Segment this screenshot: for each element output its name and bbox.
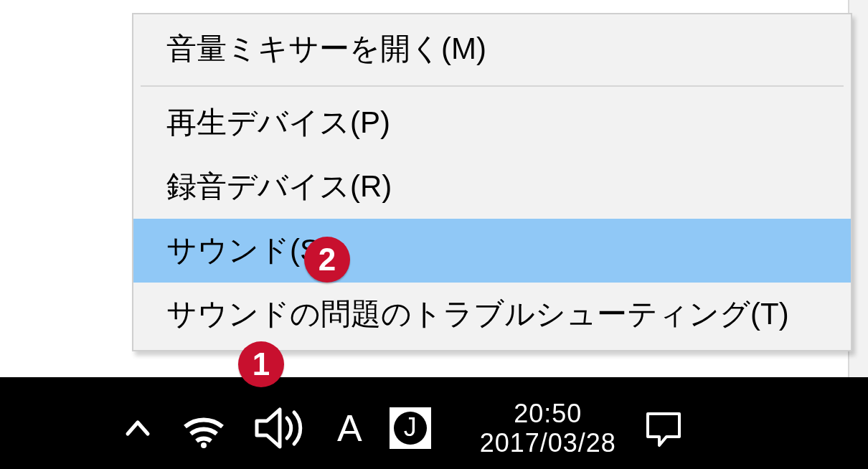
clock-time: 20:50 (514, 399, 582, 428)
menu-item-playback-devices[interactable]: 再生デバイス(P) (133, 91, 851, 155)
clock[interactable]: 20:50 2017/03/28 (480, 399, 616, 458)
menu-item-volume-mixer[interactable]: 音量ミキサーを開く(M) (133, 17, 851, 81)
wifi-icon[interactable] (181, 408, 227, 448)
taskbar: A J 20:50 2017/03/28 (0, 377, 868, 469)
annotation-badge-1: 1 (238, 341, 284, 387)
menu-item-sound[interactable]: サウンド(S) (133, 219, 851, 283)
ime-engine-label: J (390, 407, 431, 449)
clock-date: 2017/03/28 (480, 428, 616, 458)
speaker-icon[interactable] (254, 407, 310, 450)
svg-point-0 (201, 442, 207, 448)
show-hidden-icons-icon[interactable] (122, 412, 154, 444)
screenshot-canvas: 音量ミキサーを開く(M) 再生デバイス(P) 録音デバイス(R) サウンド(S)… (0, 0, 868, 469)
menu-separator (141, 85, 844, 87)
action-center-icon[interactable] (643, 408, 684, 448)
ime-mode-icon[interactable]: A (337, 409, 362, 447)
menu-item-sound-troubleshoot[interactable]: サウンドの問題のトラブルシューティング(T) (133, 283, 851, 346)
annotation-badge-2: 2 (304, 237, 350, 283)
ime-engine-icon[interactable]: J (390, 407, 431, 449)
menu-item-recording-devices[interactable]: 録音デバイス(R) (133, 155, 851, 219)
system-tray: A J 20:50 2017/03/28 (122, 394, 854, 462)
volume-context-menu: 音量ミキサーを開く(M) 再生デバイス(P) 録音デバイス(R) サウンド(S)… (132, 13, 852, 351)
